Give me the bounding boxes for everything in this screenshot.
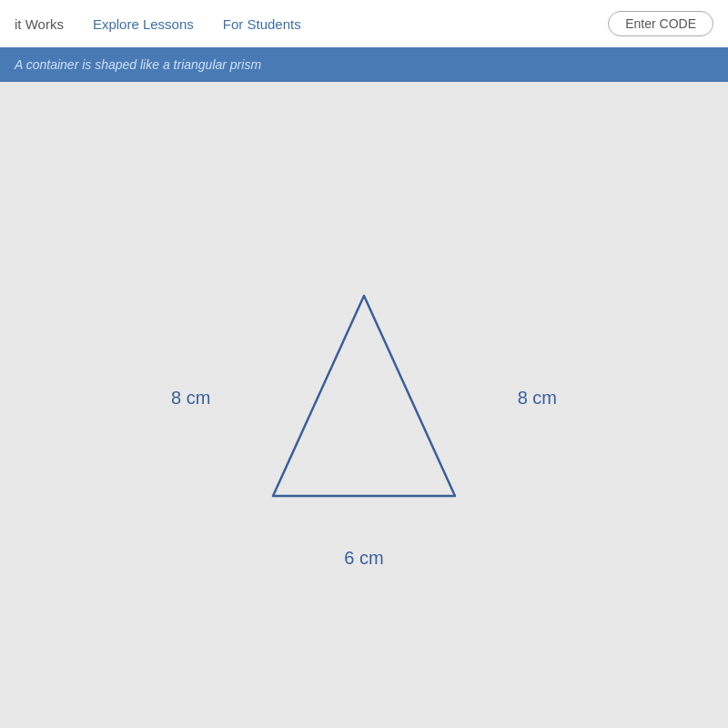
left-side-label: 8 cm bbox=[171, 387, 210, 408]
navbar: it Works Explore Lessons For Students En… bbox=[0, 0, 728, 47]
triangle-diagram: 8 cm 8 cm 6 cm bbox=[146, 214, 582, 596]
header-text: A container is shaped like a triangular … bbox=[15, 57, 261, 72]
right-side-label: 8 cm bbox=[518, 387, 557, 408]
content-header: A container is shaped like a triangular … bbox=[0, 47, 728, 82]
triangle-svg bbox=[237, 278, 491, 532]
main-content: 8 cm 8 cm 6 cm bbox=[0, 82, 728, 728]
svg-marker-0 bbox=[273, 296, 455, 496]
nav-item-explore[interactable]: Explore Lessons bbox=[93, 16, 194, 32]
bottom-side-label: 6 cm bbox=[344, 548, 383, 569]
nav-item-students[interactable]: For Students bbox=[223, 16, 301, 32]
nav-item-works[interactable]: it Works bbox=[15, 16, 64, 32]
enter-code-button[interactable]: Enter CODE bbox=[608, 11, 713, 36]
